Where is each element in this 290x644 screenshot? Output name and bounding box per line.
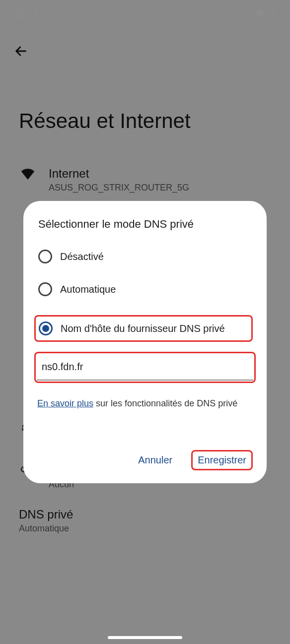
navigation-handle[interactable]	[108, 636, 182, 639]
radio-label: Désactivé	[60, 251, 104, 262]
cancel-button[interactable]: Annuler	[133, 451, 177, 469]
dns-hostname-input[interactable]	[37, 354, 253, 381]
dialog-info-text: En savoir plus sur les fonctionnalités d…	[37, 397, 253, 410]
radio-option-hostname[interactable]: Nom d'hôte du fournisseur DNS privé	[34, 315, 253, 342]
dialog-title: Sélectionner le mode DNS privé	[37, 218, 253, 231]
radio-option-auto[interactable]: Automatique	[37, 282, 253, 296]
info-suffix: sur les fonctionnalités de DNS privé	[93, 398, 237, 408]
save-button[interactable]: Enregistrer	[191, 450, 253, 470]
dns-input-highlight	[34, 352, 256, 383]
dns-dialog: Sélectionner le mode DNS privé Désactivé…	[23, 201, 267, 483]
radio-icon	[38, 250, 52, 263]
radio-label: Nom d'hôte du fournisseur DNS privé	[61, 323, 225, 334]
radio-label: Automatique	[60, 284, 116, 295]
radio-icon	[39, 322, 53, 335]
radio-icon	[38, 282, 52, 296]
learn-more-link[interactable]: En savoir plus	[37, 398, 93, 408]
radio-option-off[interactable]: Désactivé	[37, 250, 253, 263]
